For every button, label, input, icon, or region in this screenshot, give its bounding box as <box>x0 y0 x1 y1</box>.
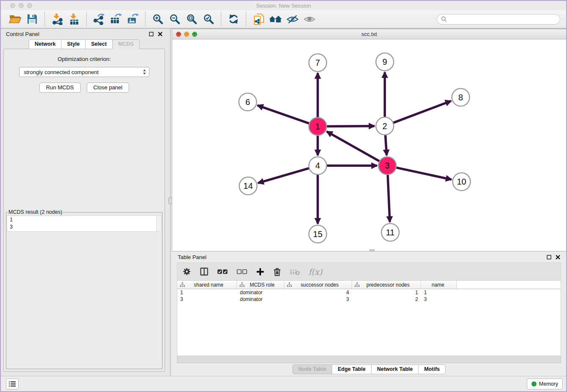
node-15[interactable]: 15 <box>309 225 327 243</box>
column-type-icon <box>239 282 245 287</box>
first-neighbors-button[interactable] <box>268 12 283 26</box>
table-header-row: shared nameMCDS rolesuccessor nodesprede… <box>177 281 561 289</box>
criterion-dropdown[interactable]: strongly connected component <box>19 67 149 77</box>
column-header-predecessor-nodes[interactable]: predecessor nodes <box>352 281 421 289</box>
node-4[interactable]: 4 <box>309 157 327 174</box>
mcds-result-lines[interactable]: 1 3 <box>7 216 161 231</box>
zoom-in-button[interactable] <box>151 12 165 26</box>
column-header-shared-name[interactable]: shared name <box>177 281 237 289</box>
workspace-area: × − + scc.txt 7968124314101511 Table Pan… <box>172 29 566 376</box>
tab-edge-table[interactable]: Edge Table <box>332 364 372 374</box>
edge-3-10[interactable] <box>387 166 451 179</box>
node-3[interactable]: 3 <box>378 157 396 174</box>
float-panel-icon[interactable] <box>547 255 551 259</box>
memory-button[interactable]: Memory <box>527 378 563 389</box>
edge-2-8[interactable] <box>385 101 451 126</box>
column-header-name[interactable]: name <box>421 281 457 289</box>
task-history-button[interactable] <box>6 378 19 389</box>
unchecked-boxes-icon <box>237 269 248 275</box>
column-header-successor-nodes[interactable]: successor nodes <box>284 281 352 289</box>
node-7[interactable]: 7 <box>309 54 327 72</box>
show-column-button[interactable] <box>200 267 209 276</box>
node-2[interactable]: 2 <box>376 117 394 135</box>
apply-layout-button[interactable] <box>226 12 241 26</box>
search-input[interactable] <box>449 16 556 22</box>
cell-successor-nodes[interactable]: 3 <box>284 296 352 302</box>
clear-selection-button[interactable] <box>237 269 248 275</box>
zoom-selected-icon <box>203 14 214 25</box>
export-network-button[interactable] <box>92 12 106 26</box>
eye-icon <box>303 15 316 24</box>
svg-text:8: 8 <box>458 93 463 102</box>
export-table-button[interactable] <box>109 12 123 26</box>
node-10[interactable]: 10 <box>453 173 471 190</box>
tab-node-table[interactable]: Node Table <box>292 364 332 374</box>
network-graph[interactable]: 7968124314101511 <box>172 39 566 251</box>
checked-boxes-icon <box>217 269 228 275</box>
network-window-titlebar[interactable]: × − + scc.txt <box>172 29 566 39</box>
result-scrollbar[interactable] <box>156 216 161 231</box>
select-all-button[interactable] <box>217 269 228 275</box>
cell-successor-nodes[interactable]: 4 <box>284 290 352 295</box>
function-builder-button[interactable]: f(x) <box>308 267 322 276</box>
zoom-fit-button[interactable] <box>184 12 199 26</box>
node-11[interactable]: 11 <box>381 224 399 241</box>
open-session-button[interactable] <box>8 12 22 26</box>
network-canvas[interactable]: 7968124314101511 <box>172 39 566 251</box>
cell-name[interactable]: 1 <box>421 290 457 295</box>
panel-splitter[interactable] <box>168 29 172 376</box>
column-header-MCDS-role[interactable]: MCDS role <box>237 281 284 289</box>
save-session-button[interactable] <box>25 12 39 26</box>
add-column-button[interactable] <box>256 268 264 276</box>
node-6[interactable]: 6 <box>239 93 256 111</box>
cell-shared-name[interactable]: 3 <box>177 296 237 302</box>
toolbar-separator <box>44 12 45 26</box>
float-panel-icon[interactable] <box>149 32 154 36</box>
import-network-button[interactable] <box>50 12 64 26</box>
delete-table-button[interactable] <box>290 268 300 275</box>
cell-name[interactable]: 3 <box>421 296 457 302</box>
tab-motifs[interactable]: Motifs <box>418 364 446 374</box>
tab-network-table[interactable]: Network Table <box>371 364 419 374</box>
close-panel-icon[interactable] <box>158 32 162 36</box>
close-panel-icon[interactable] <box>556 255 560 259</box>
delete-column-button[interactable] <box>273 267 281 276</box>
table-row[interactable]: 1dominator411 <box>177 289 561 296</box>
tab-mcds[interactable]: MCDS <box>112 39 140 49</box>
hide-selected-button[interactable] <box>285 12 300 26</box>
close-panel-button[interactable]: Close panel <box>87 83 129 93</box>
table-hscrollbar[interactable] <box>177 356 561 363</box>
table-row[interactable]: 3dominator323 <box>177 296 561 303</box>
cell-predecessor-nodes[interactable]: 2 <box>352 296 421 302</box>
tab-network[interactable]: Network <box>29 39 61 49</box>
export-image-icon <box>127 13 139 25</box>
cell-MCDS-role[interactable]: dominator <box>237 296 284 302</box>
criterion-value: strongly connected component <box>24 69 143 75</box>
search-box <box>437 14 560 25</box>
tab-style[interactable]: Style <box>61 39 85 49</box>
column-header-label: successor nodes <box>292 282 352 288</box>
node-8[interactable]: 8 <box>452 88 470 106</box>
node-1[interactable]: 1 <box>309 118 327 135</box>
show-all-button[interactable] <box>302 12 317 26</box>
cell-predecessor-nodes[interactable]: 1 <box>352 290 421 295</box>
clone-network-icon <box>253 13 264 25</box>
zoom-selected-button[interactable] <box>201 12 216 26</box>
table-settings-button[interactable] <box>182 267 191 276</box>
main-area: Control Panel NetworkStyleSelectMCDS Opt… <box>1 29 566 376</box>
svg-text:9: 9 <box>383 57 387 66</box>
node-14[interactable]: 14 <box>239 177 257 195</box>
edge-3-1[interactable] <box>327 132 387 166</box>
cell-MCDS-role[interactable]: dominator <box>237 290 284 295</box>
edge-1-6[interactable] <box>257 105 317 127</box>
run-mcds-button[interactable]: Run MCDS <box>39 83 81 93</box>
network-window-resize-grip[interactable] <box>369 249 374 251</box>
main-toolbar <box>1 10 566 29</box>
tab-select[interactable]: Select <box>85 39 113 49</box>
export-image-button[interactable] <box>126 12 140 26</box>
cell-shared-name[interactable]: 1 <box>177 290 237 295</box>
clone-network-button[interactable] <box>251 12 266 26</box>
node-9[interactable]: 9 <box>376 53 394 71</box>
zoom-out-button[interactable] <box>168 12 182 26</box>
import-table-button[interactable] <box>67 12 81 26</box>
